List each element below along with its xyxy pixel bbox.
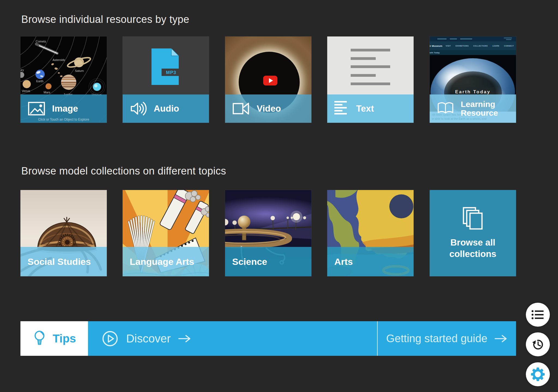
tile-language-arts[interactable]: Language Arts	[123, 190, 209, 276]
section-heading-resources: Browse individual resources by type	[21, 14, 189, 25]
tips-label: Tips	[53, 332, 76, 345]
tile-arts[interactable]: Arts	[327, 190, 414, 276]
tile-label: Browse all collections	[449, 237, 496, 259]
discover-button[interactable]: Discover	[88, 321, 377, 356]
thumb-topbar	[430, 36, 516, 41]
tips-button[interactable]: Tips	[20, 321, 88, 356]
tile-label: LearningResource	[461, 100, 498, 117]
tile-label: Text	[356, 103, 374, 114]
video-tile-band: Video	[225, 94, 311, 123]
video-icon	[232, 102, 250, 115]
arrow-right-icon	[495, 334, 508, 343]
tile-audio[interactable]: MP3 Audio	[123, 36, 209, 123]
list-menu-fab[interactable]	[526, 303, 550, 327]
text-tile-band: Text	[327, 94, 414, 123]
tile-science[interactable]: Science	[225, 190, 311, 276]
history-fab[interactable]	[526, 332, 550, 356]
svg-text:Mars: Mars	[44, 91, 50, 94]
tile-label: Social Studies	[28, 256, 91, 267]
tile-image[interactable]: Comets Asteroids Saturn Earth Venus Mars…	[20, 36, 107, 123]
tile-label: Image	[52, 103, 78, 114]
planet-earth	[35, 70, 45, 79]
lightbulb-icon	[32, 330, 47, 347]
mp3-file-icon: MP3	[151, 48, 180, 87]
tile-label: Science	[232, 256, 267, 267]
tile-label: Audio	[154, 103, 179, 114]
svg-text:MP3: MP3	[166, 70, 176, 75]
thumb-navbar: Air Museum VISIT EXHIBITIONS COLLECTIONS…	[430, 41, 516, 50]
thumbnail-caption: Click or Touch an Object to Explore	[20, 118, 107, 121]
list-icon	[532, 310, 544, 320]
footer-bar: Tips Discover Getting started guide	[20, 321, 516, 356]
getting-started-guide-button[interactable]: Getting started guide	[378, 321, 516, 356]
thumb-page-title: Earth Today	[430, 89, 516, 95]
resource-tile-row: Comets Asteroids Saturn Earth Venus Mars…	[20, 36, 516, 123]
planet-venus	[23, 80, 31, 88]
image-tile-band: Image Click or Touch an Object to Explor…	[20, 94, 107, 123]
tile-label: Video	[257, 103, 281, 114]
svg-text:Asteroids: Asteroids	[53, 58, 65, 62]
stacked-pages-icon	[463, 207, 483, 230]
social-studies-band: Social Studies	[20, 247, 107, 276]
history-icon	[531, 338, 545, 351]
planet-mars	[46, 83, 51, 89]
open-book-icon	[437, 102, 454, 116]
tile-label: Language Arts	[130, 256, 194, 267]
collection-tile-row: Social Studies	[20, 190, 516, 276]
youtube-play-button[interactable]	[263, 76, 277, 85]
learning-lab-browse-screen: Browse individual resources by type	[0, 0, 558, 392]
thumb-breadcrumb-bar: Earth Today	[430, 50, 516, 55]
text-lines-icon	[334, 101, 350, 117]
arrow-right-icon	[178, 334, 191, 343]
svg-text:Comets: Comets	[36, 40, 46, 43]
tile-video[interactable]: Video	[225, 36, 311, 123]
play-circle-icon	[102, 330, 119, 347]
svg-text:Saturn: Saturn	[75, 69, 84, 72]
guide-label: Getting started guide	[386, 332, 487, 345]
language-arts-band: Language Arts	[123, 247, 209, 276]
settings-fab[interactable]	[526, 362, 550, 386]
image-icon	[28, 100, 46, 118]
tile-text[interactable]: Text	[327, 36, 414, 123]
learning-tile-band: LearningResource	[430, 94, 516, 123]
tile-social-studies[interactable]: Social Studies	[20, 190, 107, 276]
thumb-site-name: Air Museum	[430, 44, 442, 47]
svg-text:Venus: Venus	[22, 89, 30, 93]
tile-label: Arts	[334, 256, 353, 267]
audio-icon	[130, 100, 147, 117]
tile-browse-all-collections[interactable]: Browse all collections	[430, 190, 516, 276]
svg-text:Earth: Earth	[36, 79, 43, 83]
science-band: Science	[225, 247, 311, 276]
arts-band: Arts	[327, 247, 414, 276]
gear-icon	[531, 367, 545, 381]
tile-learning-resource[interactable]: Air Museum VISIT EXHIBITIONS COLLECTIONS…	[430, 36, 516, 123]
section-heading-collections: Browse model collections on different to…	[21, 165, 226, 177]
audio-tile-band: Audio	[123, 94, 209, 123]
discover-label: Discover	[126, 332, 171, 345]
svg-text:Mercury: Mercury	[20, 68, 24, 72]
